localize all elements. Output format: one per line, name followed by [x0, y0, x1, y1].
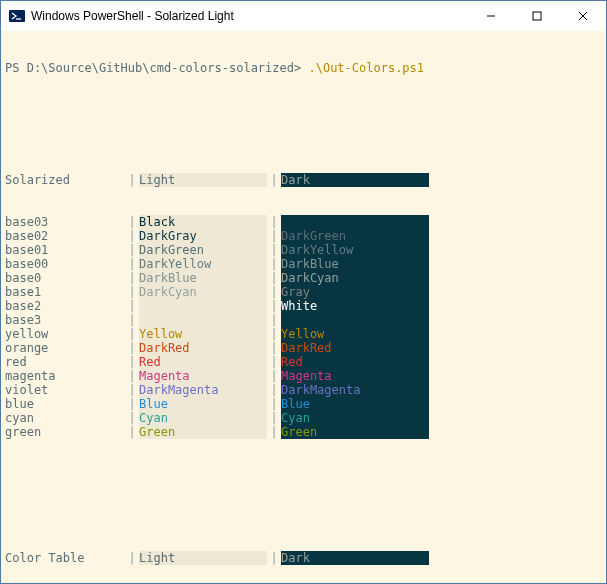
row-name: base2 — [5, 299, 125, 313]
close-button[interactable] — [560, 1, 606, 31]
row-light: DarkMagenta — [139, 383, 267, 397]
solarized-table: base03|Black|base02|DarkGray|DarkGreenba… — [5, 215, 602, 439]
row-name: base00 — [5, 257, 125, 271]
row-light — [139, 313, 267, 327]
table-row: yellow|Yellow|Yellow — [5, 327, 602, 341]
row-light: DarkGreen — [139, 243, 267, 257]
table-row: base1|DarkCyan|Gray — [5, 285, 602, 299]
row-light: DarkRed — [139, 341, 267, 355]
table-row: base02|DarkGray|DarkGreen — [5, 229, 602, 243]
window-controls — [468, 1, 606, 31]
col-color-table: Color Table — [5, 551, 125, 565]
table-row: cyan|Cyan|Cyan — [5, 411, 602, 425]
svg-rect-3 — [533, 12, 541, 20]
row-name: yellow — [5, 327, 125, 341]
table-row: base01|DarkGreen|DarkYellow — [5, 243, 602, 257]
table-row: base00|DarkYellow|DarkBlue — [5, 257, 602, 271]
row-light: Red — [139, 355, 267, 369]
row-name: orange — [5, 341, 125, 355]
row-dark: White — [281, 299, 429, 313]
row-name: green — [5, 425, 125, 439]
col-dark: Dark — [281, 173, 429, 187]
row-dark: Cyan — [281, 411, 429, 425]
row-light: DarkCyan — [139, 285, 267, 299]
table-row: base2|Gray|White — [5, 299, 602, 313]
row-name: magenta — [5, 369, 125, 383]
prompt-line-1: PS D:\Source\GitHub\cmd-colors-solarized… — [5, 61, 602, 75]
row-light: DarkBlue — [139, 271, 267, 285]
row-dark: Yellow — [281, 327, 429, 341]
row-light: Blue — [139, 397, 267, 411]
row-dark: DarkMagenta — [281, 383, 429, 397]
table-row: orange|DarkRed|DarkRed — [5, 341, 602, 355]
row-dark: DarkYellow — [281, 243, 429, 257]
row-name: base02 — [5, 229, 125, 243]
row-dark: DarkRed — [281, 341, 429, 355]
row-light: DarkYellow — [139, 257, 267, 271]
row-name: base0 — [5, 271, 125, 285]
row-name: violet — [5, 383, 125, 397]
powershell-icon — [9, 8, 25, 24]
table-row: base03|Black| — [5, 215, 602, 229]
row-light: Green — [139, 425, 267, 439]
row-light: Magenta — [139, 369, 267, 383]
terminal-content[interactable]: PS D:\Source\GitHub\cmd-colors-solarized… — [1, 31, 606, 583]
prompt-path: PS D:\Source\GitHub\cmd-colors-solarized… — [5, 61, 301, 75]
row-dark: Red — [281, 355, 429, 369]
row-dark: Green — [281, 425, 429, 439]
minimize-button[interactable] — [468, 1, 514, 31]
table2-header: Color Table|Light|Dark — [5, 551, 602, 565]
row-light: Yellow — [139, 327, 267, 341]
row-dark: Gray — [281, 285, 429, 299]
table-row: violet|DarkMagenta|DarkMagenta — [5, 383, 602, 397]
row-dark: DarkCyan — [281, 271, 429, 285]
col-light: Light — [139, 173, 267, 187]
row-name: red — [5, 355, 125, 369]
command-1: .\Out-Colors.ps1 — [308, 61, 424, 75]
maximize-button[interactable] — [514, 1, 560, 31]
row-name: cyan — [5, 411, 125, 425]
table-row: base3|| — [5, 313, 602, 327]
row-light: Black — [139, 215, 267, 229]
powershell-window: Windows PowerShell - Solarized Light PS … — [0, 0, 607, 584]
row-name: base03 — [5, 215, 125, 229]
row-dark: Blue — [281, 397, 429, 411]
row-dark — [281, 313, 429, 327]
row-dark: DarkGreen — [281, 229, 429, 243]
row-name: base01 — [5, 243, 125, 257]
row-dark — [281, 215, 429, 229]
table-row: blue|Blue|Blue — [5, 397, 602, 411]
row-name: base3 — [5, 313, 125, 327]
row-dark: Magenta — [281, 369, 429, 383]
window-title: Windows PowerShell - Solarized Light — [31, 9, 234, 23]
row-name: base1 — [5, 285, 125, 299]
row-light: Gray — [139, 299, 267, 313]
table-row: base0|DarkBlue|DarkCyan — [5, 271, 602, 285]
col-solarized: Solarized — [5, 173, 125, 187]
table-row: magenta|Magenta|Magenta — [5, 369, 602, 383]
table-row: red|Red|Red — [5, 355, 602, 369]
row-name: blue — [5, 397, 125, 411]
titlebar[interactable]: Windows PowerShell - Solarized Light — [1, 1, 606, 31]
row-light: DarkGray — [139, 229, 267, 243]
row-dark: DarkBlue — [281, 257, 429, 271]
table-row: green|Green|Green — [5, 425, 602, 439]
table1-header: Solarized|Light|Dark — [5, 173, 602, 187]
row-light: Cyan — [139, 411, 267, 425]
